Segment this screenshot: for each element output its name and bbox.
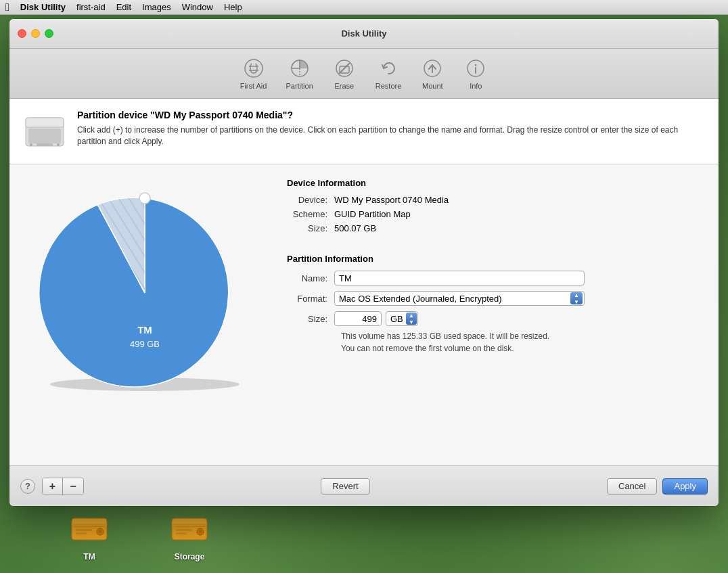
main-window: Disk Utility First Aid bbox=[9, 19, 719, 506]
menu-help[interactable]: Help bbox=[224, 2, 242, 12]
titlebar: Disk Utility bbox=[9, 19, 719, 49]
mount-icon bbox=[422, 58, 443, 79]
svg-point-4 bbox=[99, 530, 102, 534]
size-input-group: GB MB TB ▲ ▼ bbox=[334, 311, 418, 326]
menu-file[interactable]: first-aid bbox=[76, 2, 106, 12]
size-value: 500.07 GB bbox=[334, 223, 376, 233]
svg-text:TM: TM bbox=[137, 324, 152, 336]
svg-rect-6 bbox=[76, 532, 87, 534]
menubar:  Disk Utility first-aid Edit Images Win… bbox=[0, 0, 728, 15]
size-label: Size: bbox=[287, 223, 334, 233]
toolbar-info[interactable]: Info bbox=[455, 53, 496, 94]
partition-information-section: Partition Information Name: Format: Mac … bbox=[287, 254, 705, 353]
main-panel: TM 499 GB Device Information Device: WD … bbox=[9, 164, 719, 465]
svg-point-31 bbox=[57, 143, 60, 146]
revert-button[interactable]: Revert bbox=[321, 478, 369, 495]
name-field-label: Name: bbox=[287, 273, 334, 283]
cancel-button[interactable]: Cancel bbox=[607, 478, 657, 495]
scheme-row: Scheme: GUID Partition Map bbox=[287, 209, 705, 219]
name-input[interactable] bbox=[334, 271, 585, 285]
footer-left: ? + − bbox=[20, 478, 84, 495]
toolbar-partition[interactable]: Partition bbox=[277, 53, 321, 94]
device-value: WD My Passport 0740 Media bbox=[334, 195, 449, 205]
size-input[interactable] bbox=[334, 311, 382, 326]
remove-note: You can not remove the first volume on t… bbox=[341, 344, 705, 353]
partition-info-title: Partition Information bbox=[287, 254, 705, 264]
svg-point-30 bbox=[30, 143, 32, 146]
svg-line-20 bbox=[339, 63, 350, 74]
menu-window[interactable]: Window bbox=[182, 2, 213, 12]
hd-icon-tm bbox=[68, 506, 111, 549]
menu-images[interactable]: Images bbox=[142, 2, 171, 12]
toolbar: First Aid Partition bbox=[9, 49, 719, 99]
svg-point-42 bbox=[139, 193, 150, 204]
svg-rect-2 bbox=[72, 524, 107, 526]
help-button[interactable]: ? bbox=[20, 479, 35, 494]
mount-label: Mount bbox=[422, 82, 443, 90]
size-unit-arrows: ▲ ▼ bbox=[406, 313, 417, 325]
svg-rect-29 bbox=[28, 129, 61, 143]
restore-icon bbox=[378, 58, 399, 79]
apply-button[interactable]: Apply bbox=[662, 478, 708, 495]
remove-partition-button[interactable]: − bbox=[63, 478, 83, 495]
partition-size-label: Size: bbox=[287, 314, 334, 324]
pie-chart: TM 499 GB bbox=[30, 178, 260, 421]
toolbar-restore[interactable]: Restore bbox=[367, 53, 410, 94]
apple-menu[interactable]:  bbox=[5, 1, 9, 14]
device-row: Device: WD My Passport 0740 Media bbox=[287, 195, 705, 205]
name-row: Name: bbox=[287, 271, 705, 285]
restore-label: Restore bbox=[376, 82, 402, 90]
device-info-title: Device Information bbox=[287, 178, 705, 188]
footer-right: Cancel Apply bbox=[607, 478, 708, 495]
info-icon bbox=[465, 58, 486, 79]
device-label: Device: bbox=[287, 195, 334, 205]
erase-icon bbox=[334, 58, 355, 79]
footer: ? + − Revert Cancel Apply bbox=[9, 465, 719, 506]
erase-label: Erase bbox=[334, 82, 354, 90]
first-aid-label: First Aid bbox=[240, 82, 267, 90]
content-area: Partition device "WD My Passport 0740 Me… bbox=[9, 99, 719, 465]
svg-rect-28 bbox=[26, 118, 64, 127]
pie-chart-area: TM 499 GB bbox=[23, 178, 267, 421]
close-button[interactable] bbox=[18, 29, 26, 38]
maximize-button[interactable] bbox=[45, 29, 53, 38]
first-aid-icon bbox=[243, 58, 265, 79]
partition-header-text: Partition device "WD My Passport 0740 Me… bbox=[77, 110, 705, 147]
format-row: Format: Mac OS Extended (Journaled, Encr… bbox=[287, 291, 705, 306]
svg-text:499 GB: 499 GB bbox=[130, 339, 160, 349]
partition-header-desc: Click add (+) to increase the number of … bbox=[77, 124, 705, 147]
add-remove-group: + − bbox=[42, 478, 84, 495]
menu-edit[interactable]: Edit bbox=[116, 2, 131, 12]
minimize-button[interactable] bbox=[31, 29, 40, 38]
window-title: Disk Utility bbox=[341, 28, 386, 39]
partition-size-row: Size: GB MB TB ▲ bbox=[287, 311, 705, 326]
toolbar-erase[interactable]: Erase bbox=[324, 53, 365, 94]
partition-icon bbox=[289, 58, 311, 79]
resize-note: This volume has 125.33 GB used space. It… bbox=[341, 331, 705, 341]
desktop-icon-tm[interactable]: TM bbox=[68, 506, 111, 561]
svg-point-25 bbox=[475, 64, 477, 66]
disk-icon bbox=[23, 110, 66, 153]
desktop-icon-storage-label: Storage bbox=[175, 552, 205, 561]
partition-label: Partition bbox=[286, 82, 313, 90]
format-select-arrows: ▲ ▼ bbox=[570, 292, 583, 304]
add-partition-button[interactable]: + bbox=[43, 478, 63, 495]
toolbar-first-aid[interactable]: First Aid bbox=[232, 53, 275, 94]
menu-disk-utility[interactable]: Disk Utility bbox=[20, 2, 66, 12]
info-label: Info bbox=[470, 82, 482, 90]
svg-point-14 bbox=[245, 60, 263, 77]
hd-icon-storage bbox=[168, 506, 211, 549]
format-select[interactable]: Mac OS Extended (Journaled, Encrypted) M… bbox=[334, 291, 585, 306]
size-unit-wrapper: GB MB TB ▲ ▼ bbox=[386, 311, 418, 326]
partition-header-title: Partition device "WD My Passport 0740 Me… bbox=[77, 110, 705, 120]
desktop-icon-tm-label: TM bbox=[83, 552, 95, 561]
toolbar-mount[interactable]: Mount bbox=[412, 53, 453, 94]
device-information-section: Device Information Device: WD My Passpor… bbox=[287, 178, 705, 237]
svg-rect-13 bbox=[176, 532, 187, 534]
footer-center: Revert bbox=[84, 478, 607, 495]
svg-rect-9 bbox=[172, 524, 207, 526]
scheme-label: Scheme: bbox=[287, 209, 334, 219]
format-select-wrapper: Mac OS Extended (Journaled, Encrypted) M… bbox=[334, 291, 585, 306]
info-panel: Device Information Device: WD My Passpor… bbox=[287, 178, 705, 353]
desktop-icon-storage[interactable]: Storage bbox=[168, 506, 211, 561]
